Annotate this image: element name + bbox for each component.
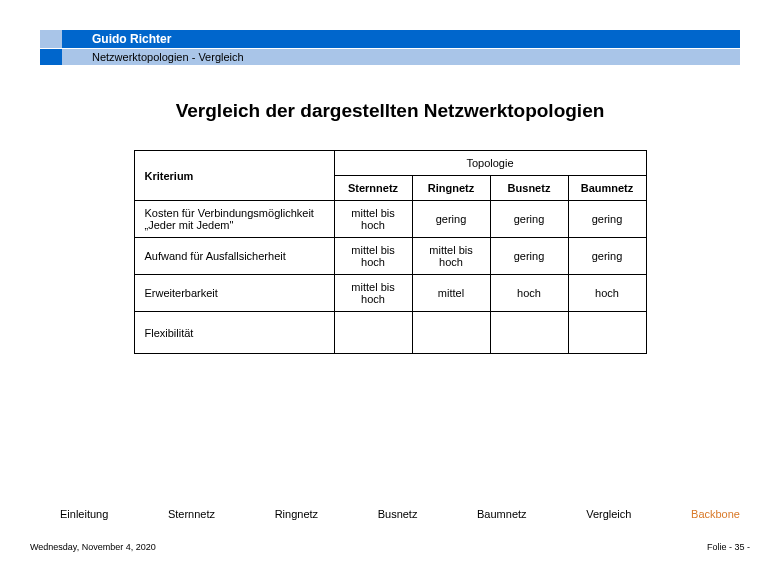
cell: [334, 312, 412, 354]
slide-main: Vergleich der dargestellten Netzwerktopo…: [60, 100, 720, 354]
col-header: Ringnetz: [412, 176, 490, 201]
nav-item-vergleich[interactable]: Vergleich: [586, 508, 631, 520]
cell: gering: [490, 238, 568, 275]
nav-item-einleitung[interactable]: Einleitung: [60, 508, 108, 520]
cell: [568, 312, 646, 354]
cell: hoch: [490, 275, 568, 312]
page-title: Vergleich der dargestellten Netzwerktopo…: [60, 100, 720, 122]
cell: [490, 312, 568, 354]
table-row: Kosten für Verbindungsmöglichkeit „Jeder…: [134, 201, 646, 238]
col-header: Busnetz: [490, 176, 568, 201]
slide-header: Guido Richter Netzwerktopologien - Vergl…: [40, 30, 740, 65]
criterion-header: Kriterium: [134, 151, 334, 201]
row-label: Kosten für Verbindungsmöglichkeit „Jeder…: [134, 201, 334, 238]
col-header: Sternnetz: [334, 176, 412, 201]
nav-item-backbone[interactable]: Backbone: [691, 508, 740, 520]
nav-item-baumnetz[interactable]: Baumnetz: [477, 508, 527, 520]
cell: mittel bis hoch: [412, 238, 490, 275]
footer-date: Wednesday, November 4, 2020: [30, 542, 156, 552]
nav-item-ringnetz[interactable]: Ringnetz: [275, 508, 318, 520]
nav-item-busnetz[interactable]: Busnetz: [378, 508, 418, 520]
header-author: Guido Richter: [40, 30, 740, 48]
cell: mittel: [412, 275, 490, 312]
cell: gering: [490, 201, 568, 238]
comparison-table: Kriterium Topologie Sternnetz Ringnetz B…: [134, 150, 647, 354]
cell: gering: [568, 201, 646, 238]
cell: mittel bis hoch: [334, 201, 412, 238]
col-header: Baumnetz: [568, 176, 646, 201]
table-row: Aufwand für Ausfallsicherheit mittel bis…: [134, 238, 646, 275]
row-label: Erweiterbarkeit: [134, 275, 334, 312]
footer-slide-number: Folie - 35 -: [707, 542, 750, 552]
cell: mittel bis hoch: [334, 275, 412, 312]
nav-strip: Einleitung Sternnetz Ringnetz Busnetz Ba…: [60, 508, 740, 520]
header-subtitle: Netzwerktopologien - Vergleich: [40, 49, 740, 65]
cell: hoch: [568, 275, 646, 312]
table-row: Erweiterbarkeit mittel bis hoch mittel h…: [134, 275, 646, 312]
cell: gering: [568, 238, 646, 275]
nav-item-sternnetz[interactable]: Sternnetz: [168, 508, 215, 520]
cell: gering: [412, 201, 490, 238]
row-label: Aufwand für Ausfallsicherheit: [134, 238, 334, 275]
topology-group-header: Topologie: [334, 151, 646, 176]
cell: [412, 312, 490, 354]
cell: mittel bis hoch: [334, 238, 412, 275]
row-label: Flexibilität: [134, 312, 334, 354]
table-row: Flexibilität: [134, 312, 646, 354]
